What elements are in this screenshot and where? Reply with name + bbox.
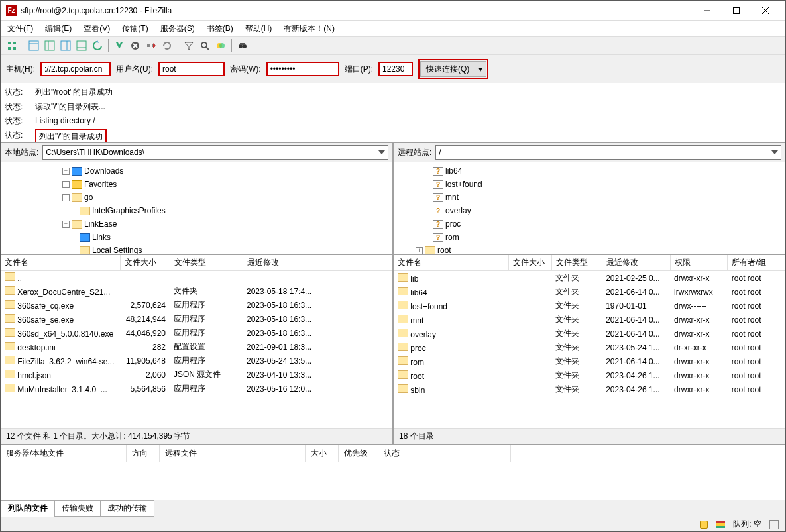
tree-node[interactable]: Local Settings [1,244,392,255]
file-row[interactable]: rom文件夹2021-06-14 0...drwxr-xr-xroot root [394,354,785,368]
username-input[interactable] [158,62,225,76]
column-header[interactable]: 文件类型 [551,255,602,271]
menu-item[interactable]: 服务器(S) [158,22,197,36]
column-header[interactable]: 文件类型 [170,255,243,271]
column-header[interactable]: 所有者/组 [728,255,785,271]
queue-column[interactable]: 方向 [127,445,160,462]
remote-tree[interactable]: ? lib64 ? lost+found ? mnt ? overlay ? p… [394,162,785,255]
menu-item[interactable]: 文件(F) [5,22,36,36]
local-tree[interactable]: + Downloads+ Favorites+ go IntelGraphics… [1,162,392,255]
file-row[interactable]: 360sd_x64_5.0.0.8140.exe44,046,920应用程序20… [1,326,392,340]
remote-filelist[interactable]: 文件名文件大小文件类型最近修改权限所有者/组 lib文件夹2021-02-25 … [394,255,785,428]
tree-node[interactable]: ? overlay [394,204,785,217]
sitemanager-icon[interactable] [5,38,19,53]
tree-node[interactable]: + go [1,191,392,204]
expand-icon[interactable]: + [62,181,70,188]
file-row[interactable]: lib64文件夹2021-06-14 0...lrwxrwxrwxroot ro… [394,285,785,299]
filter-icon[interactable] [182,38,196,53]
queue-tab[interactable]: 成功的传输 [100,500,154,517]
port-input[interactable] [378,62,413,76]
queue-column[interactable]: 服务器/本地文件 [1,445,127,462]
file-row[interactable]: 360safe_se.exe48,214,944应用程序2023-05-18 1… [1,312,392,326]
local-filelist[interactable]: 文件名文件大小文件类型最近修改 .. Xerox_DocuCentre_S21.… [1,255,392,428]
tree-node[interactable]: ? lost+found [394,178,785,191]
tree-node[interactable]: ? proc [394,217,785,231]
expand-icon[interactable]: + [62,221,70,228]
file-row[interactable]: sbin文件夹2023-04-26 1...drwxr-xr-xroot roo… [394,382,785,396]
column-header[interactable]: 最近修改 [602,255,670,271]
file-row[interactable]: 360safe_cq.exe2,570,624应用程序2023-05-18 16… [1,298,392,312]
file-row[interactable]: overlay文件夹2021-06-14 0...drwxr-xr-xroot … [394,327,785,341]
quickconnect-dropdown[interactable]: ▾ [475,61,486,77]
toggle-localtree-icon[interactable] [42,38,57,53]
tree-node[interactable]: + LinkEase [1,217,392,231]
file-icon [5,300,15,309]
tree-label: lib64 [445,166,462,176]
cancel-icon[interactable] [128,38,142,53]
file-row[interactable]: FileZilla_3.62.2_win64-se...11,905,648应用… [1,354,392,368]
queue-body[interactable] [1,462,785,500]
expand-icon[interactable]: + [416,247,423,254]
column-header[interactable]: 最近修改 [243,255,392,271]
toggle-log-icon[interactable] [27,38,41,53]
expand-icon[interactable]: + [62,194,70,201]
file-row[interactable]: MuMuInstaller_3.1.4.0_...5,564,856应用程序20… [1,382,392,396]
refresh-icon[interactable] [90,38,105,53]
tree-node[interactable]: ? rom [394,231,785,244]
file-row[interactable]: mnt文件夹2021-06-14 0...drwxr-xr-xroot root [394,313,785,327]
host-label: 主机(H): [6,64,35,75]
column-header[interactable]: 文件名 [394,255,508,271]
column-header[interactable]: 文件名 [1,255,120,271]
close-button[interactable] [751,1,780,20]
tree-node[interactable]: + Downloads [1,164,392,178]
file-row[interactable]: lost+found文件夹1970-01-01drwx------root ro… [394,299,785,313]
tree-node[interactable]: IntelGraphicsProfiles [1,204,392,217]
remote-path-input[interactable] [435,145,781,160]
queue-tab[interactable]: 列队的文件 [1,500,55,517]
file-row[interactable]: desktop.ini282配置设置2021-09-01 18:3... [1,340,392,354]
password-input[interactable] [266,62,339,76]
disconnect-icon[interactable] [144,38,158,53]
file-row[interactable]: root文件夹2023-04-26 1...drwxr-xr-xroot roo… [394,368,785,382]
toggle-remotetree-icon[interactable] [58,38,73,53]
message-log[interactable]: 状态:列出"/root"的目录成功状态:读取"/"的目录列表...状态:List… [1,83,785,143]
tree-node[interactable]: Links [1,231,392,244]
minimize-button[interactable] [693,1,722,20]
tree-node[interactable]: ? lib64 [394,164,785,178]
menu-item[interactable]: 查看(V) [81,22,113,36]
file-row[interactable]: proc文件夹2023-05-24 1...dr-xr-xr-xroot roo… [394,341,785,354]
search-icon[interactable] [197,38,212,53]
quickconnect-button[interactable]: 快速连接(Q) [420,61,475,77]
column-header[interactable]: 权限 [670,255,728,271]
local-path-input[interactable] [42,145,388,160]
column-header[interactable]: 文件大小 [508,255,551,271]
process-queue-icon[interactable] [112,38,127,53]
menu-item[interactable]: 有新版本！(N) [281,22,337,36]
tree-node[interactable]: ? mnt [394,191,785,204]
menu-item[interactable]: 帮助(H) [243,22,275,36]
file-row[interactable]: hmcl.json2,060JSON 源文件2023-04-10 13:3... [1,368,392,382]
file-row[interactable]: Xerox_DocuCentre_S21...文件夹2023-05-18 17:… [1,284,392,298]
maximize-button[interactable] [722,1,751,20]
file-row[interactable]: .. [1,271,392,285]
binoculars-icon[interactable] [235,38,250,53]
column-header[interactable]: 文件大小 [120,255,170,271]
queue-column[interactable]: 远程文件 [160,445,306,462]
compare-icon[interactable] [213,38,228,53]
queue-tab[interactable]: 传输失败 [54,500,101,517]
menu-item[interactable]: 传输(T) [119,22,150,36]
tree-node[interactable]: + root [394,244,785,255]
tree-node[interactable]: + Favorites [1,178,392,191]
toggle-queue-icon[interactable] [74,38,89,53]
menu-item[interactable]: 编辑(E) [42,22,74,36]
tree-label: overlay [445,206,471,215]
menu-item[interactable]: 书签(B) [204,22,236,36]
reconnect-icon[interactable] [160,38,174,53]
log-message: 读取"/"的目录列表... [35,100,105,115]
expand-icon[interactable]: + [62,168,70,175]
file-row[interactable]: lib文件夹2021-02-25 0...drwxr-xr-xroot root [394,271,785,286]
queue-column[interactable]: 优先级 [339,445,378,462]
host-input[interactable] [40,62,111,76]
queue-column[interactable]: 状态 [378,445,511,462]
queue-column[interactable]: 大小 [306,445,339,462]
